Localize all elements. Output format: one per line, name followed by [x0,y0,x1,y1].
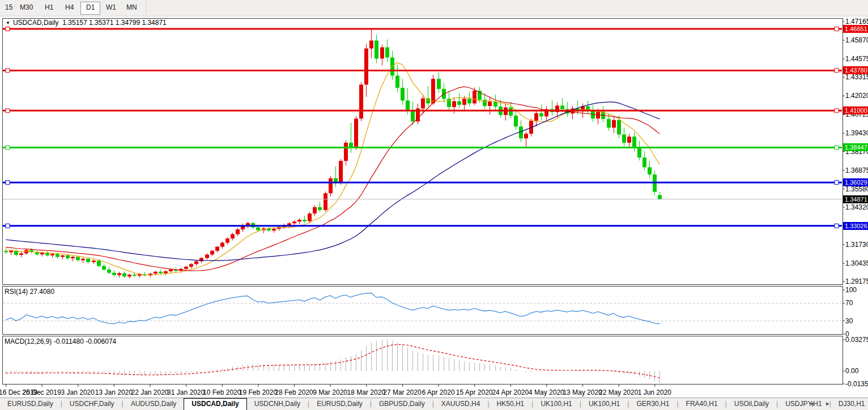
tab-DJ30-H1[interactable]: DJ30,H1 [831,398,868,410]
tab-UK100-H1[interactable]: UK100,H1 [581,398,627,410]
date-axis-label: 22 May 2020 [599,388,638,396]
candle [359,84,363,118]
date-axis-label: 28 Feb 2020 [275,388,313,396]
rsi-axis-label: 70 [845,299,853,307]
price-axis-label: 1.31730 [845,241,868,249]
candle [159,272,163,274]
tab-USOil-Daily[interactable]: USOil,Daily [727,398,776,410]
candle [421,99,425,109]
tab-USDCAD-Daily[interactable]: USDCAD,Daily [184,398,246,410]
price-axis-label: 1.39430 [845,129,868,137]
candle [658,195,662,199]
candle [524,134,528,138]
tab-EURUSD-Daily[interactable]: EURUSD,Daily [0,398,61,410]
candle [406,100,410,110]
candle [344,143,348,161]
tab-GBPUSD-Daily[interactable]: GBPUSD,Daily [372,398,432,410]
price-badge: 1.43780 [843,66,868,74]
tab-XAUUSD-H4[interactable]: XAUUSD,H4 [434,398,488,410]
candle [189,264,193,267]
price-badge: 1.41000 [843,106,868,114]
candle [215,247,219,251]
candle [56,254,59,257]
candle [133,275,137,276]
candle [117,273,121,275]
price-axis-label: 1.45870 [845,36,868,44]
date-axis-label: 13 Jan 2020 [95,388,133,396]
candle [318,207,322,210]
candle [411,111,415,122]
date-axis-label: 15 Apr 2020 [456,388,493,396]
candle [607,119,611,127]
candle [632,136,636,148]
price-axis-label: 1.42020 [845,92,868,100]
candle [81,259,85,260]
date-axis-label: 3 Jan 2020 [61,388,95,396]
tab-GER30-H1[interactable]: GER30,H1 [629,398,676,410]
line-handle [6,69,10,72]
candle [627,136,631,143]
chart-canvas[interactable] [0,0,868,398]
candle [164,271,168,273]
candle [92,260,96,262]
price-axis-label: 1.29175 [845,277,868,285]
candle [107,270,111,273]
tab-USDCHF-Daily[interactable]: USDCHF,Daily [62,398,122,410]
candle [127,275,131,276]
candle [313,207,317,213]
price-axis-label: 1.44575 [845,55,868,63]
candle [488,102,492,106]
macd-axis-label: 0.032754 [845,336,868,344]
candle [385,48,389,58]
tab-FRA40-H1[interactable]: FRA40,H1 [679,398,725,410]
candle [19,253,23,255]
candle [76,257,80,260]
candle [534,113,538,121]
candle [369,41,373,49]
tab-USDCNH-Daily[interactable]: USDCNH,Daily [247,398,308,410]
line-handle [835,69,839,72]
candle [303,220,307,221]
date-axis-label: 19 Feb 2020 [239,388,277,396]
candle [292,221,296,223]
candle [354,118,358,148]
candle [462,99,466,105]
tab-scroll-arrows[interactable]: ◄ ► [809,400,835,407]
chart-symbol-label: USDCAD,Daily [13,19,59,27]
price-badge: 1.36029 [843,178,868,186]
price-badge: 1.33026 [843,222,868,230]
candle [473,91,476,103]
collapse-arrow-icon[interactable]: ▼ [6,20,10,25]
candle [66,255,70,258]
chart-title: ▼USDCAD,Daily 1.35157 1.35371 1.34799 1.… [6,19,167,27]
candle [324,193,327,210]
rsi-pane [3,287,843,335]
price-axis-label: 1.34320 [845,203,868,211]
rsi-axis-label: 30 [845,317,853,325]
candle [648,167,652,174]
candle [560,105,564,109]
candle [297,220,301,221]
candle [380,48,384,59]
price-axis-label: 1.36875 [845,166,868,174]
candle [86,259,90,262]
price-axis-label: 1.47165 [845,18,868,25]
candle [539,113,543,117]
line-handle [835,109,839,113]
candle [637,148,641,157]
chart-tabbar: EURUSD,Daily|USDCHF,Daily|AUDUSD,DailyUS… [0,398,868,410]
macd-axis-label: 0.00 [845,367,858,375]
candle [431,79,435,103]
candle [61,255,65,257]
date-axis-label: 22 Jan 2020 [131,388,168,396]
candle [122,273,126,276]
date-axis-label: 25 Dec 2019 [23,388,61,396]
tab-HK50-H1[interactable]: HK50,H1 [490,398,532,410]
candle [112,273,116,275]
tab-UK100-H1[interactable]: UK100,H1 [533,398,579,410]
candle [437,79,441,89]
candle [483,100,487,106]
tab-AUDUSD-Daily[interactable]: AUDUSD,Daily [124,398,184,410]
tab-EURUSD-Daily[interactable]: EURUSD,Daily [309,398,370,410]
candle [452,101,456,107]
